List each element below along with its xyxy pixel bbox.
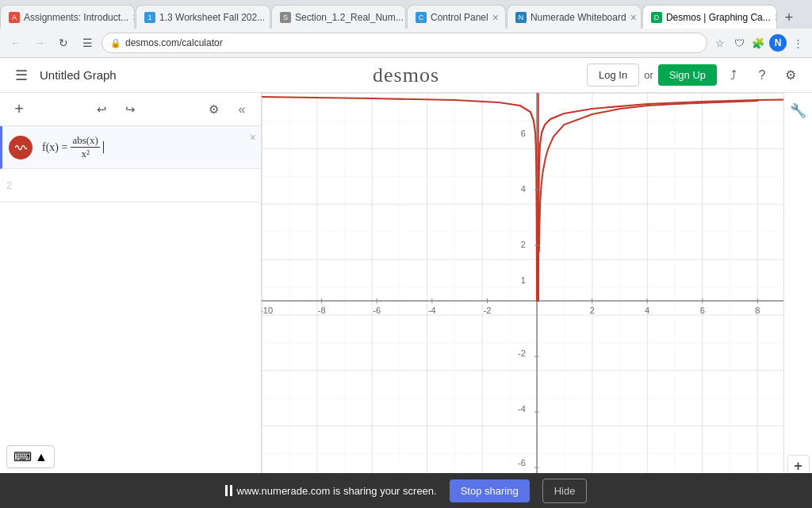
svg-text:-4: -4 (518, 404, 526, 414)
svg-text:6: 6 (700, 306, 705, 315)
redo-button[interactable]: ↪ (120, 98, 142, 121)
svg-text:-6: -6 (373, 306, 381, 315)
tab-desmos[interactable]: D Desmos | Graphing Ca... × (642, 5, 777, 29)
stop-sharing-button[interactable]: Stop sharing (450, 479, 530, 502)
bookmark-icon[interactable]: ☆ (712, 35, 728, 51)
tab-section[interactable]: S Section_1.2_Real_Num... × (271, 5, 406, 29)
tab-label-3: Section_1.2_Real_Num... (295, 12, 404, 23)
tab-close-5[interactable]: × (626, 11, 637, 24)
tab-bar: A Assignments: Introduct... × 1 1.3 Work… (0, 0, 812, 29)
expression-formula-1[interactable]: f(x) = abs(x) x² (39, 131, 255, 163)
svg-text:-2: -2 (484, 306, 492, 315)
tab-label-2: 1.3 Worksheet Fall 202... (159, 12, 265, 23)
home-button[interactable]: ☰ (78, 33, 97, 52)
svg-text:4: 4 (521, 184, 526, 194)
tab-label-5: Numerade Whiteboard (530, 12, 626, 23)
expressions-list: f(x) = abs(x) x² × 2 (0, 126, 261, 474)
sharing-text-content: www.numerade.com is sharing your screen. (237, 485, 437, 497)
expression-number-2: 2 (6, 180, 12, 191)
add-expression-button[interactable]: + (8, 98, 30, 121)
or-label: or (644, 69, 653, 81)
tab-favicon-3: S (280, 12, 291, 23)
tab-label-6: Desmos | Graphing Ca... (666, 12, 771, 23)
tab-close-6[interactable]: × (771, 11, 777, 24)
tab-label-1: Assignments: Introduct... (24, 12, 128, 23)
tab-numerade[interactable]: N Numerade Whiteboard × (507, 5, 642, 29)
sharing-message: www.numerade.com is sharing your screen. (225, 485, 437, 497)
left-panel: + ↩ ↪ ⚙ « f(x) = (0, 93, 262, 508)
tab-favicon-2: 1 (144, 12, 155, 23)
main-content: + ↩ ↪ ⚙ « f(x) = (0, 93, 812, 508)
new-tab-button[interactable]: + (778, 6, 800, 29)
tab-close-1[interactable]: × (128, 11, 135, 24)
svg-text:6: 6 (521, 129, 526, 138)
wrench-button[interactable]: 🔧 (787, 99, 810, 121)
svg-text:-6: -6 (518, 458, 526, 468)
svg-text:8: 8 (755, 306, 760, 315)
browser-chrome: A Assignments: Introduct... × 1 1.3 Work… (0, 0, 812, 58)
tab-favicon-4: C (416, 12, 427, 23)
formula-fx: f(x) = (42, 141, 67, 154)
header-actions: Log In or Sign Up ⤴ ? ⚙ (587, 64, 802, 87)
graph-area[interactable]: -10 -8 -6 -4 -2 2 4 6 8 10 6 4 2 1 -2 -4… (262, 93, 812, 508)
desmos-header: ☰ Untitled Graph desmos Log In or Sign U… (0, 58, 812, 93)
hide-button[interactable]: Hide (542, 479, 588, 503)
keyboard-icon: ⌨ (13, 449, 32, 464)
signup-button[interactable]: Sign Up (658, 64, 717, 86)
menu-button[interactable]: ☰ (10, 64, 33, 87)
formula-display: f(x) = abs(x) x² (42, 134, 251, 160)
tab-favicon-5: N (515, 12, 527, 23)
undo-button[interactable]: ↩ (91, 98, 113, 121)
profile-icon[interactable]: N (769, 34, 787, 52)
svg-text:-8: -8 (318, 306, 326, 315)
extension-icon[interactable]: 🧩 (750, 35, 766, 51)
more-options-icon[interactable]: ⋮ (790, 35, 806, 51)
tab-favicon-6: D (651, 12, 662, 23)
keyboard-arrow: ▲ (35, 450, 48, 464)
wave-icon (14, 141, 27, 154)
svg-text:2: 2 (590, 306, 595, 315)
pause-icon (225, 485, 232, 496)
svg-text:1: 1 (521, 275, 526, 285)
expression-item-1[interactable]: f(x) = abs(x) x² × (0, 126, 261, 169)
denominator: x² (79, 148, 90, 160)
right-toolbar: 🔧 + − (783, 93, 812, 508)
address-bar: ← → ↻ ☰ 🔒 desmos.com/calculator ☆ 🛡 🧩 N … (0, 29, 812, 57)
login-button[interactable]: Log In (587, 64, 639, 87)
address-bar-icons: ☆ 🛡 🧩 N ⋮ (712, 34, 806, 52)
numerator: abs(x) (71, 134, 100, 148)
reload-button[interactable]: ↻ (54, 33, 73, 52)
expression-item-2[interactable]: 2 (0, 169, 261, 202)
svg-text:2: 2 (521, 240, 526, 249)
lock-icon: 🔒 (110, 38, 121, 48)
tab-control[interactable]: C Control Panel × (407, 5, 506, 29)
sharing-bar: www.numerade.com is sharing your screen.… (0, 473, 812, 508)
graph-grid: -10 -8 -6 -4 -2 2 4 6 8 10 6 4 2 1 -2 -4… (262, 93, 812, 508)
svg-text:4: 4 (645, 306, 649, 315)
tab-assignments[interactable]: A Assignments: Introduct... × (0, 5, 135, 29)
tab-close-4[interactable]: × (488, 11, 499, 24)
fraction: abs(x) x² (71, 134, 100, 160)
graph-title[interactable]: Untitled Graph (40, 68, 117, 82)
svg-text:-10: -10 (262, 306, 273, 315)
back-button[interactable]: ← (6, 33, 25, 52)
global-settings-button[interactable]: ⚙ (779, 64, 802, 87)
share-button[interactable]: ⤴ (722, 64, 745, 87)
shield-icon[interactable]: 🛡 (731, 35, 747, 51)
help-button[interactable]: ? (750, 64, 774, 87)
expression-close-button-1[interactable]: × (250, 131, 256, 144)
text-cursor (103, 141, 104, 153)
expression-toolbar: + ↩ ↪ ⚙ « (0, 93, 261, 126)
url-bar[interactable]: 🔒 desmos.com/calculator (102, 33, 707, 53)
collapse-panel-button[interactable]: « (231, 98, 253, 121)
tab-worksheet[interactable]: 1 1.3 Worksheet Fall 202... × (136, 5, 270, 29)
tab-label-4: Control Panel (431, 12, 488, 23)
tab-close-3[interactable]: × (404, 11, 406, 24)
settings-button[interactable]: ⚙ (202, 98, 224, 121)
app-container: ☰ Untitled Graph desmos Log In or Sign U… (0, 58, 812, 508)
tab-close-2[interactable]: × (265, 11, 270, 24)
forward-button[interactable]: → (30, 33, 49, 52)
svg-text:-2: -2 (518, 348, 526, 358)
tab-favicon-1: A (9, 12, 20, 23)
keyboard-button[interactable]: ⌨ ▲ (6, 445, 55, 468)
